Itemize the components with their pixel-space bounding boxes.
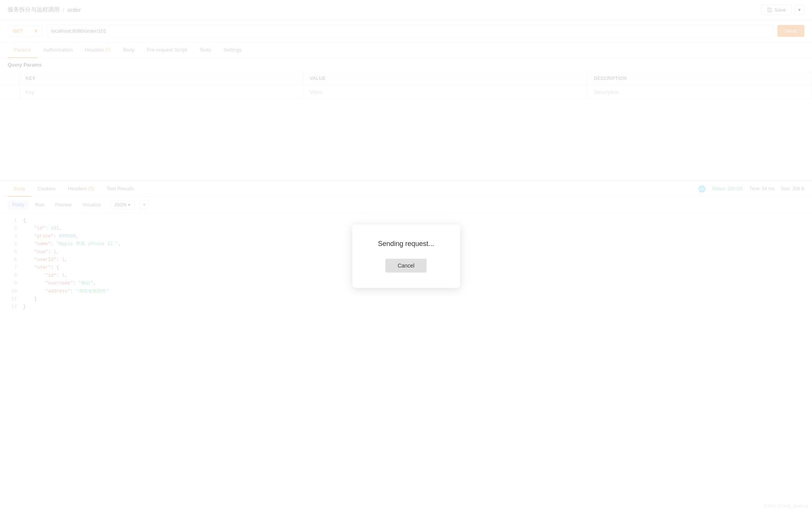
cancel-button[interactable]: Cancel — [385, 259, 427, 273]
sending-overlay: Sending request... Cancel — [0, 0, 812, 315]
overlay-box: Sending request... Cancel — [352, 224, 460, 288]
overlay-message: Sending request... — [375, 240, 437, 248]
